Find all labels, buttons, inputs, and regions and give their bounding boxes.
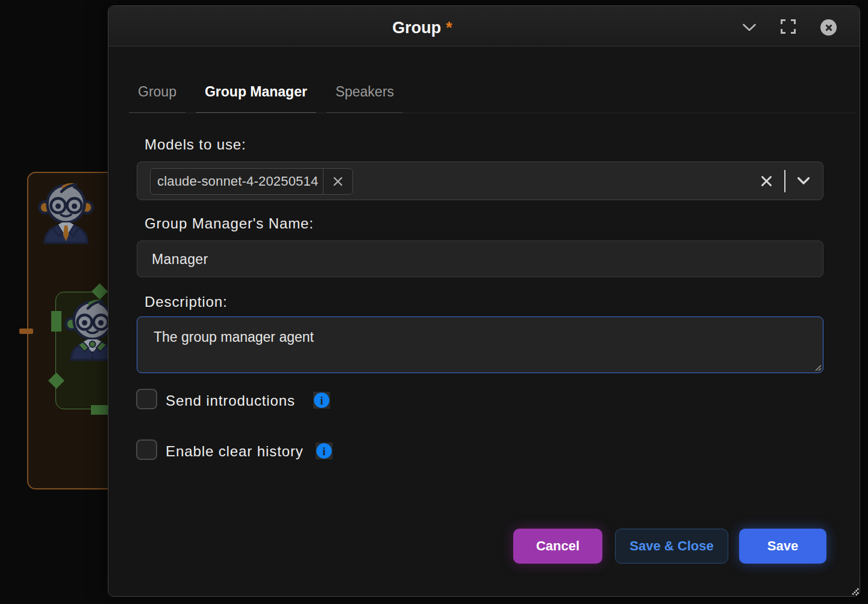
svg-text:i: i xyxy=(320,395,323,407)
svg-text:i: i xyxy=(322,445,325,458)
